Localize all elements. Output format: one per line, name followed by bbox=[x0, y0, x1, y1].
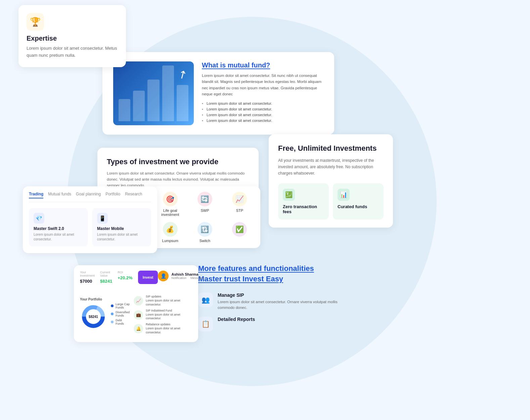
features-heading-pre: More features and functionalities bbox=[198, 264, 314, 273]
features-section: More features and functionalities Master… bbox=[198, 264, 339, 337]
your-investment-value: $7000 bbox=[80, 279, 92, 284]
manage-sip-content: Manage SIP Lorem ipsum dolor sit amet co… bbox=[218, 292, 339, 311]
activity-icon-2: 💼 bbox=[134, 310, 143, 320]
curated-funds-label: Curated funds bbox=[338, 204, 379, 209]
legend-label-large-cap: Large Cap Funds bbox=[116, 302, 130, 309]
extra-icon: ✅ bbox=[232, 222, 247, 237]
manage-sip-title: Manage SIP bbox=[218, 292, 339, 298]
life-goal-item[interactable]: 🎯 Life goal investment bbox=[156, 192, 185, 217]
master-swift-icon: 💎 bbox=[34, 213, 44, 224]
lumpsum-label: Lumpsum bbox=[162, 239, 178, 243]
invest-button[interactable]: Invest bbox=[138, 271, 158, 284]
current-value-value: $8241 bbox=[100, 279, 112, 284]
activity-icon-1: 📈 bbox=[134, 296, 143, 306]
chart-bar-5 bbox=[177, 85, 188, 121]
portfolio-legend: Large Cap Funds Diversified Funds Debt F… bbox=[111, 302, 130, 327]
lumpsum-item[interactable]: 💰 Lumpsum bbox=[156, 222, 185, 243]
legend-label-diversified: Diversified Funds bbox=[116, 311, 130, 317]
stp-icon: 📈 bbox=[232, 192, 247, 206]
swp-icon: 🔄 bbox=[197, 192, 212, 206]
portfolio-title: Your Portfolio bbox=[80, 297, 107, 301]
free-investments-description: All your investments at mastertrust, irr… bbox=[278, 157, 384, 177]
roi-label: ROI bbox=[118, 271, 132, 274]
features-heading-link: Master trust Invest Easy bbox=[198, 275, 283, 283]
free-investments-title: Free, Unlimited Investments bbox=[278, 144, 384, 153]
mutual-fund-card: ↗ What is mutual fund? Lorem ipsum dolor… bbox=[102, 52, 334, 135]
detailed-reports-icon: 📋 bbox=[198, 317, 213, 331]
bullet-1: Lorem ipsum dolor sit amet consectetur. bbox=[202, 101, 323, 105]
tab-portfolio[interactable]: Portfolio bbox=[105, 192, 120, 198]
notification-link[interactable]: Notification bbox=[171, 276, 186, 280]
legend-debt: Debt Funds bbox=[111, 319, 130, 325]
mutual-fund-heading: What is mutual fund? bbox=[202, 61, 323, 69]
trading-card: Trading Mutual funds Goal planning Portf… bbox=[23, 186, 157, 253]
activity-2: 💼 SIP IndiaWeed FundLorem ipsum dolor si… bbox=[134, 309, 192, 321]
roi-stat: ROI +20.2% bbox=[118, 271, 132, 284]
bullet-3: Lorem ipsum dolor sit amet consectetur. bbox=[202, 113, 323, 117]
activity-3: 🔔 Rebalance updatesLorem ipsum dolor sit… bbox=[134, 323, 192, 335]
bullet-2: Lorem ipsum dolor sit amet consectetur. bbox=[202, 107, 323, 111]
svg-text:$8241: $8241 bbox=[89, 315, 98, 319]
switch-icon: 🔃 bbox=[197, 222, 212, 237]
expertise-icon: 🏆 bbox=[27, 13, 44, 31]
curated-funds-box: 📊 Curated funds bbox=[333, 183, 384, 220]
swp-item[interactable]: 🔄 SWP bbox=[190, 192, 219, 217]
master-mobile-icon: 📱 bbox=[97, 213, 108, 224]
stp-item[interactable]: 📈 STP bbox=[225, 192, 254, 217]
activity-list: 📈 SIP updatesLorem ipsum dolor sit amet … bbox=[134, 295, 192, 337]
trading-tabs: Trading Mutual funds Goal planning Portf… bbox=[29, 192, 151, 202]
activity-icon-3: 🔔 bbox=[134, 324, 143, 333]
manage-sip-icon: 👥 bbox=[198, 292, 213, 307]
life-goal-icon: 🎯 bbox=[163, 192, 178, 206]
life-goal-label: Life goal investment bbox=[156, 208, 185, 217]
roi-value: +20.2% bbox=[118, 275, 132, 280]
master-mobile-item: 📱 Master Mobile Lorem ipsum dolor sit am… bbox=[92, 208, 151, 246]
activity-text-3: Rebalance updatesLorem ipsum dolor sit a… bbox=[146, 323, 192, 335]
zero-fees-icon: 💹 bbox=[283, 189, 295, 201]
activity-text-1: SIP updatesLorem ipsum dolor sit amet co… bbox=[146, 295, 192, 307]
investment-icons-grid: 🎯 Life goal investment 🔄 SWP 📈 STP 💰 Lum… bbox=[156, 192, 254, 243]
legend-dot-diversified bbox=[111, 313, 114, 315]
extra-item[interactable]: ✅ bbox=[225, 222, 254, 243]
expertise-title: Expertise bbox=[27, 35, 118, 42]
bullet-4: Lorem ipsum dolor sit amet consectetur. bbox=[202, 119, 323, 123]
tab-trading[interactable]: Trading bbox=[29, 192, 43, 198]
user-info: Ashish Sharma Notification Messages bbox=[171, 272, 204, 280]
manage-sip-text: Lorem ipsum dolor sit amet consectetur. … bbox=[218, 299, 339, 311]
portfolio-info: Your Portfolio $8241 bbox=[80, 297, 107, 331]
switch-label: Switch bbox=[200, 239, 210, 243]
notification-messages: Notification Messages bbox=[171, 276, 204, 280]
zero-fees-label: Zero transaction fees bbox=[283, 204, 324, 214]
mutual-fund-description: Lorem ipsum dolor sit amet consectetur. … bbox=[202, 73, 323, 97]
free-investments-card: Free, Unlimited Investments All your inv… bbox=[269, 134, 393, 228]
your-investment-label: Your Investment bbox=[80, 271, 95, 277]
dashboard-stats-group: Your Investment $7000 Current Value $824… bbox=[80, 271, 158, 288]
stp-label: STP bbox=[236, 208, 243, 213]
tab-goal-planning[interactable]: Goal planning bbox=[76, 192, 101, 198]
chart-bar-4 bbox=[162, 65, 174, 121]
switch-item[interactable]: 🔃 Switch bbox=[190, 222, 219, 243]
curated-funds-icon: 📊 bbox=[338, 189, 350, 201]
portfolio-section: Your Portfolio $8241 Large Cap Funds Div… bbox=[80, 292, 192, 337]
detailed-reports-feature: 📋 Detailed Reports bbox=[198, 317, 339, 331]
mutual-fund-bullets: Lorem ipsum dolor sit amet consectetur. … bbox=[202, 101, 323, 123]
tab-research[interactable]: Research bbox=[125, 192, 142, 198]
legend-large-cap: Large Cap Funds bbox=[111, 302, 130, 309]
master-mobile-text: Lorem ipsum dolor sit amet consectetur. bbox=[97, 232, 146, 242]
chart-bar-2 bbox=[133, 91, 145, 121]
master-swift-title: Master Swift 2.0 bbox=[34, 226, 83, 231]
dashboard-header: Your Investment $7000 Current Value $824… bbox=[80, 271, 192, 288]
zero-fees-box: 💹 Zero transaction fees bbox=[278, 183, 329, 220]
chart-bar-1 bbox=[119, 99, 130, 121]
master-swift-text: Lorem ipsum dolor sit amet consectetur. bbox=[34, 232, 83, 242]
messages-link[interactable]: Messages bbox=[190, 276, 204, 280]
activity-text-2: SIP IndiaWeed FundLorem ipsum dolor sit … bbox=[146, 309, 192, 321]
lumpsum-icon: 💰 bbox=[163, 222, 178, 237]
your-investment-stat: Your Investment $7000 bbox=[80, 271, 95, 284]
dashboard-stats: Your Investment $7000 Current Value $824… bbox=[80, 271, 158, 284]
legend-label-debt: Debt Funds bbox=[116, 319, 130, 325]
master-mobile-title: Master Mobile bbox=[97, 226, 146, 231]
detailed-reports-content: Detailed Reports bbox=[218, 317, 255, 323]
tab-mutual-funds[interactable]: Mutual funds bbox=[48, 192, 71, 198]
chart-bar-3 bbox=[147, 80, 159, 122]
